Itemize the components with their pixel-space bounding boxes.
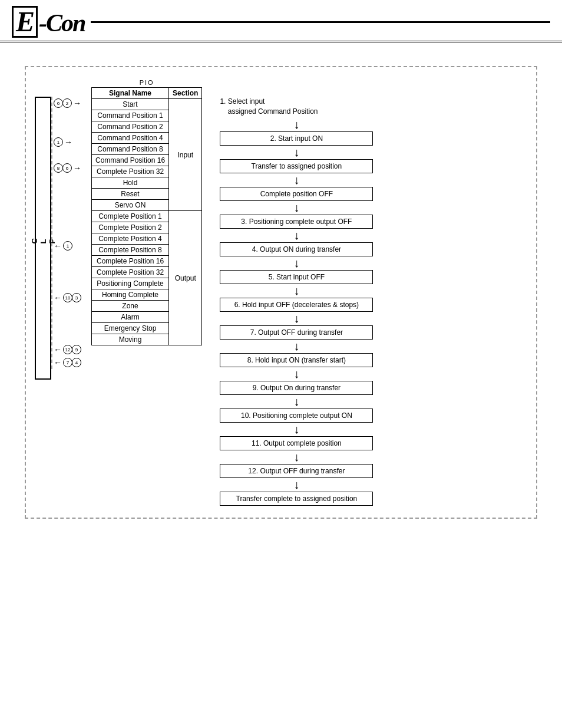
flow-box-7-text: 7. Output OFF during transfer [250,328,343,337]
blank-row-3 [51,149,91,162]
signal-copos4: Complete Position 4 [92,233,169,245]
circle-6b: 6 [62,163,72,173]
blank-row-5 [51,187,91,200]
flow-arrow-5: ↓ [220,229,373,242]
signal-homcom: Homing Complete [92,289,169,301]
blank-row-13 [51,317,91,330]
flow-box-final: Transfer complete to assigned position [220,492,373,506]
circle-2a: 2 [62,98,72,108]
pio-table: Signal Name Section Start Input Command … [91,87,202,345]
blank-row-1 [51,110,91,123]
signal-hold: Hold [92,177,169,189]
flow-arrow-1: ↓ [220,118,373,131]
signal-start: Start [92,99,169,110]
flow-box-4-text: 4. Output ON during transfer [252,245,341,253]
flow-box-9: 9. Output On during transfer [220,381,373,395]
blank-row-9 [51,252,91,265]
flow-box-final-text: Transfer complete to assigned position [236,495,358,503]
logo-con: -Con [39,9,85,37]
flow-box-12-text: 12. Output OFF during transfer [248,467,345,475]
signal-zone: Zone [92,301,169,312]
flow-box-7: 7. Output OFF during transfer [220,325,373,340]
table-row: Start Input [92,99,202,110]
circle-9a: 9 [72,345,81,354]
flow-box-transfer-text: Transfer to assigned position [252,162,342,170]
flow-arrow-10: ↓ [220,367,373,381]
circle-6a: 6 [54,98,63,108]
flow-arrow-11: ↓ [220,395,373,409]
blank-row-11 [51,278,91,291]
flow-arrow-14: ↓ [220,478,373,492]
section-output: Output [169,211,202,345]
blank-row-10 [51,265,91,278]
header-line [91,21,550,23]
circle-4a: 4 [72,358,81,367]
flow-box-compos-off: Complete position OFF [220,187,373,201]
flow-step-1-text: 1. Select input assigned Command Positio… [220,97,318,116]
connector-row-7: ← 7 4 [51,356,91,369]
col-signal: Signal Name [92,88,169,99]
connector-row-5: ← 10 3 [51,291,91,304]
connector-column: 6 2 → 1 → 8 6 → [51,97,91,369]
pio-label: PIO [91,79,202,86]
left-side: CLP 6 2 → 1 → [35,79,202,506]
arrow-right-1: → [73,98,81,108]
flow-box-2: 2. Start input ON [220,131,373,146]
flow-box-12: 12. Output OFF during transfer [220,464,373,478]
flow-box-6: 6. Hold input OFF (decelerates & stops) [220,298,373,312]
signal-alarm: Alarm [92,312,169,323]
flow-arrow-7: ↓ [220,284,373,298]
flow-box-compos-off-text: Complete position OFF [260,190,333,198]
flow-arrow-4: ↓ [220,201,373,215]
flow-arrow-9: ↓ [220,340,373,353]
flow-box-5-text: 5. Start input OFF [269,273,325,281]
circle-3a: 3 [72,293,81,302]
flow-box-transfer: Transfer to assigned position [220,159,373,173]
signal-reset: Reset [92,189,169,200]
signal-poscom: Positioning Complete [92,278,169,289]
flow-box-9-text: 9. Output On during transfer [253,384,340,392]
circle-10a: 10 [63,293,72,302]
flow-box-3-text: 3. Positioning complete output OFF [241,218,352,226]
diagram-container: CLP 6 2 → 1 → [25,66,537,519]
blank-row-12 [51,304,91,317]
blank-row-7 [51,213,91,226]
table-row: Complete Position 1 Output [92,211,202,222]
circle-8a: 8 [54,163,63,173]
blank-row-6 [51,200,91,213]
flow-box-11-text: 11. Output complete position [252,439,342,447]
arrow-left-7: ← [54,358,62,367]
arrow-left-5: ← [54,293,62,302]
signal-cp8: Command Position 8 [92,144,169,155]
blank-row-8 [51,226,91,239]
arrow-right-3: → [73,163,81,173]
circle-12a: 12 [63,345,72,354]
arrow-left-4: ← [54,241,62,251]
circle-1a: 1 [54,137,63,147]
signal-cp1: Command Position 1 [92,110,169,121]
plc-label: CLP [35,97,51,380]
signal-copos2: Complete Position 2 [92,222,169,233]
pio-section: PIO Signal Name Section Start Input [91,79,202,345]
flow-box-8: 8. Hold input ON (transfer start) [220,353,373,367]
flow-arrow-13: ↓ [220,450,373,464]
arrow-right-2: → [64,137,72,147]
signal-cp2: Command Position 2 [92,121,169,133]
flow-arrow-6: ↓ [220,256,373,270]
connector-row-3: 8 6 → [51,162,91,174]
flow-box-10-text: 10. Positioning complete output ON [241,411,352,420]
right-side: 1. Select input assigned Command Positio… [214,79,527,506]
circle-1b: 1 [63,241,72,251]
blank-row-4 [51,174,91,187]
flow-box-3: 3. Positioning complete output OFF [220,215,373,229]
main-content: CLP 6 2 → 1 → [0,42,562,531]
connector-row-1: 6 2 → [51,97,91,110]
flow-box-4: 4. Output ON during transfer [220,242,373,256]
signal-copos32: Complete Position 32 [92,267,169,278]
signal-copos1: Complete Position 1 [92,211,169,222]
signal-cpos32: Complete Position 32 [92,166,169,177]
signal-copos8: Complete Position 8 [92,245,169,256]
connector-row-2: 1 → [51,136,91,149]
flow-box-2-text: 2. Start input ON [270,134,323,143]
flow-box-11: 11. Output complete position [220,436,373,450]
